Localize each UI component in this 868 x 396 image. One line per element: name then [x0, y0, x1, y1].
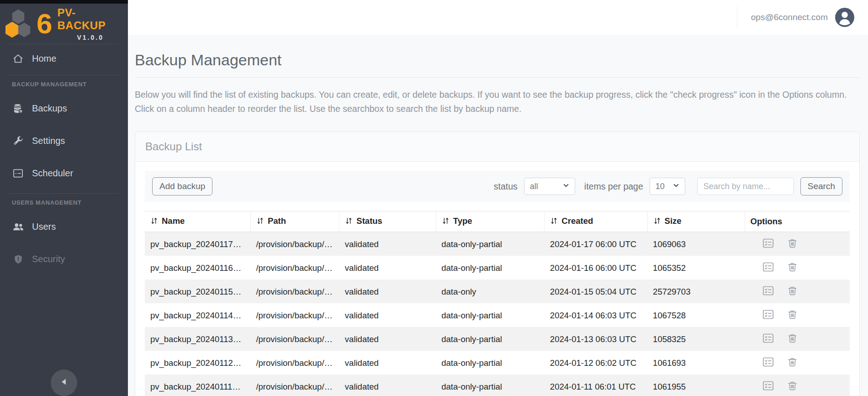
- table-toolbar: Add backup status all items per page 10: [145, 171, 850, 202]
- cell-size: 1061693: [647, 351, 745, 375]
- page-content: Backup Management Below you will find th…: [128, 35, 868, 396]
- delete-button[interactable]: [787, 238, 798, 250]
- delete-button[interactable]: [787, 309, 798, 322]
- column-header-path[interactable]: Path: [250, 211, 339, 232]
- delete-icon: [787, 309, 798, 322]
- cell-type: data-only-partial: [436, 256, 545, 280]
- column-header-label: Type: [453, 216, 472, 226]
- cell-status: validated: [339, 232, 436, 256]
- delete-icon: [787, 261, 798, 274]
- check-progress-button[interactable]: [762, 356, 774, 370]
- column-header-created[interactable]: Created: [545, 211, 647, 232]
- table-row: pv_backup_20240112060228_.../provision/b…: [145, 351, 850, 375]
- hexagon-logo-icon: [5, 10, 33, 38]
- sidebar-collapse-button[interactable]: [51, 370, 77, 396]
- table-row: pv_backup_20240114060347_.../provision/b…: [145, 303, 850, 327]
- cell-created: 2024-01-16 06:00 UTC: [545, 256, 647, 280]
- sidebar-item-settings[interactable]: Settings: [0, 125, 128, 157]
- row-options: [762, 380, 844, 393]
- wrench-icon: [12, 135, 24, 147]
- items-per-page-select[interactable]: 10: [650, 178, 685, 195]
- cell-path: /provision/backup/file...: [250, 232, 339, 256]
- status-filter-select[interactable]: all: [524, 178, 575, 195]
- sidebar-section-label: USERS MANAGEMENT: [0, 194, 128, 211]
- cell-name: pv_backup_20240111060136_...: [145, 375, 250, 396]
- triangle-left-icon: [59, 377, 69, 389]
- search-input[interactable]: [697, 178, 794, 195]
- delete-icon: [787, 356, 798, 369]
- sidebar-item-label: Home: [32, 53, 56, 64]
- check-progress-button[interactable]: [762, 380, 774, 393]
- column-header-label: Created: [561, 216, 593, 226]
- check-progress-icon: [762, 332, 774, 346]
- delete-button[interactable]: [787, 333, 798, 345]
- cell-status: validated: [339, 351, 436, 375]
- cell-size: 1061955: [647, 375, 745, 396]
- sidebar-item-home[interactable]: Home: [0, 46, 128, 71]
- status-filter-value: all: [530, 182, 538, 191]
- cell-path: /provision/backup/file...: [250, 280, 339, 303]
- check-progress-icon: [762, 380, 774, 393]
- column-header-size[interactable]: Size: [647, 211, 745, 232]
- brand-text: PV-BACKUP V1.0.0: [57, 6, 123, 41]
- check-progress-button[interactable]: [762, 332, 774, 346]
- table-row: pv_backup_20240116060009_.../provision/b…: [145, 256, 850, 280]
- sort-icon: [442, 217, 450, 227]
- sidebar-item-label: Security: [32, 254, 65, 264]
- column-header-status[interactable]: Status: [339, 211, 436, 232]
- scheduler-window-icon: [12, 167, 24, 180]
- delete-icon: [787, 285, 798, 298]
- delete-icon: [787, 380, 798, 393]
- toolbar-right-controls: status all items per page 10: [494, 177, 842, 195]
- cell-type: data-only-partial: [436, 303, 545, 327]
- cell-created: 2024-01-12 06:02 UTC: [545, 351, 647, 375]
- sort-icon: [256, 217, 264, 227]
- cell-path: /provision/backup/file...: [250, 303, 339, 327]
- backup-list-card: Backup List Add backup status all items …: [135, 132, 860, 396]
- search-button[interactable]: Search: [800, 177, 842, 195]
- cell-status: validated: [339, 303, 436, 327]
- delete-button[interactable]: [787, 261, 798, 274]
- sidebar-item-label: Scheduler: [32, 168, 73, 179]
- delete-button[interactable]: [787, 285, 798, 298]
- check-progress-button[interactable]: [762, 261, 774, 275]
- cell-type: data-only-partial: [436, 232, 545, 256]
- sidebar-item-users[interactable]: Users: [0, 211, 128, 243]
- check-progress-button[interactable]: [762, 237, 774, 251]
- check-progress-icon: [762, 261, 774, 275]
- cell-name: pv_backup_20240113060306_...: [145, 327, 250, 351]
- column-header-options: Options: [745, 211, 850, 232]
- column-header-label: Size: [665, 216, 682, 226]
- check-progress-button[interactable]: [762, 308, 774, 322]
- check-progress-button[interactable]: [762, 285, 774, 298]
- row-options: [762, 356, 844, 370]
- cell-name: pv_backup_20240114060347_...: [145, 303, 250, 327]
- delete-icon: [787, 238, 798, 250]
- cell-type: data-only-partial: [436, 351, 545, 375]
- delete-button[interactable]: [787, 356, 798, 369]
- sidebar-item-backups[interactable]: Backups: [0, 92, 128, 125]
- table-row: pv_backup_20240117060047_.../provision/b…: [145, 232, 850, 256]
- delete-button[interactable]: [787, 380, 798, 393]
- cell-created: 2024-01-17 06:00 UTC: [545, 232, 647, 256]
- row-options: [762, 261, 844, 275]
- delete-icon: [787, 333, 798, 345]
- cell-size: 25729703: [647, 280, 745, 303]
- cell-created: 2024-01-15 05:04 UTC: [545, 280, 647, 303]
- table-header-row: NamePathStatusTypeCreatedSizeOptions: [145, 211, 850, 232]
- sidebar-item-scheduler[interactable]: Scheduler: [0, 157, 128, 190]
- table-wrap: NamePathStatusTypeCreatedSizeOptions pv_…: [145, 211, 850, 396]
- column-header-name[interactable]: Name: [145, 211, 250, 232]
- column-header-type[interactable]: Type: [436, 211, 545, 232]
- cell-name: pv_backup_20240117060047_...: [145, 232, 250, 256]
- user-menu[interactable]: ops@6connect.com: [737, 7, 854, 28]
- sort-icon: [345, 217, 353, 227]
- column-header-label: Status: [356, 216, 382, 226]
- add-backup-button[interactable]: Add backup: [152, 177, 212, 195]
- cell-size: 1065352: [647, 256, 745, 280]
- cell-created: 2024-01-13 06:03 UTC: [545, 327, 647, 351]
- cell-options: [745, 375, 850, 396]
- sidebar-item-security[interactable]: Security: [0, 243, 128, 275]
- sort-icon: [550, 217, 558, 227]
- user-avatar-icon[interactable]: [835, 8, 854, 27]
